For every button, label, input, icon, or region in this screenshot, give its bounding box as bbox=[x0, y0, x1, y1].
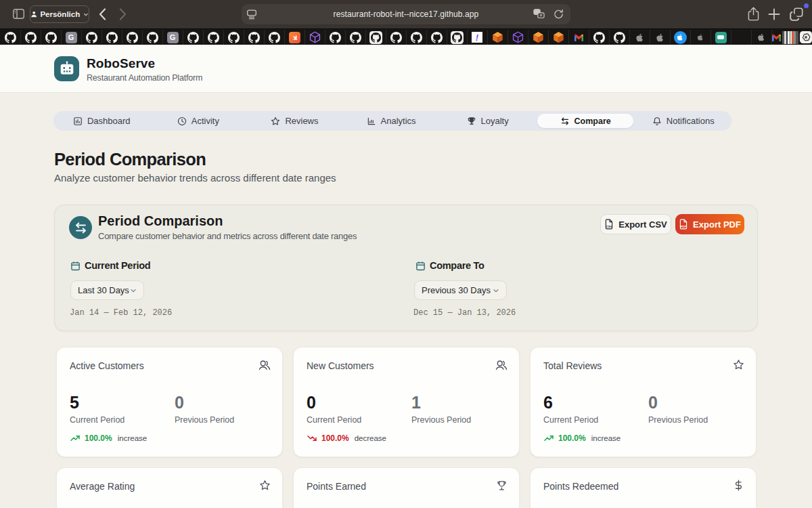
svg-text:×: × bbox=[539, 13, 542, 18]
svg-text:PDF: PDF bbox=[681, 225, 687, 228]
svg-text:CSV: CSV bbox=[606, 225, 612, 228]
